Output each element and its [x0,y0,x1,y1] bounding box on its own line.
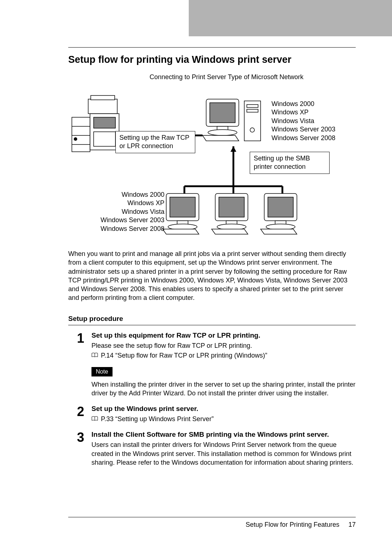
step-title: Set up the Windows print server. [91,404,356,414]
svg-rect-24 [247,109,258,112]
step-3: 3 Install the Client Software for SMB pr… [77,430,356,467]
cross-reference: P.14 “Setup flow for Raw TCP or LPR prin… [101,351,267,360]
network-diagram: Setting up the Raw TCP or LPR connection… [68,85,356,241]
svg-rect-14 [88,99,117,114]
step-number: 3 [77,430,91,467]
server-icon [203,95,268,146]
step-text: Please see the setup flow for Raw TCP or… [91,341,356,350]
diagram-caption: Connecting to Print Server Type of Micro… [68,73,356,81]
client-pcs-icon [163,190,315,237]
svg-point-21 [208,130,237,135]
svg-rect-27 [170,197,195,217]
svg-rect-16 [94,132,115,146]
page-number: 17 [348,521,356,528]
body-paragraph: When you want to print and manage all pr… [68,249,356,302]
svg-point-25 [250,128,254,132]
rule [68,325,356,325]
rule [68,517,356,517]
book-icon [91,353,98,358]
note-text: When installing the printer driver in th… [91,380,356,398]
printer-icon [68,92,123,157]
os-list-server: Windows 2000 Windows XP Windows Vista Wi… [271,100,335,142]
svg-rect-13 [94,117,115,128]
svg-rect-23 [247,105,258,107]
svg-rect-15 [91,95,115,100]
note-label: Note [91,367,113,376]
os-item: Windows 2000 [271,100,335,108]
svg-rect-35 [268,197,293,217]
os-item: Windows Vista [77,208,164,216]
label-smb: Setting up the SMB printer connection [250,152,330,174]
book-icon [91,416,98,421]
os-item: Windows XP [77,199,164,207]
step-number: 2 [77,404,91,424]
label-rawtcp: Setting up the Raw TCP or LPR connection [115,131,195,153]
subheading: Setup procedure [68,315,356,323]
svg-point-17 [74,138,77,140]
page-title: Setup flow for printing via Windows prin… [68,54,356,65]
step-title: Install the Client Software for SMB prin… [91,430,356,439]
footer-section: Setup Flow for Printing Features [246,521,339,528]
svg-rect-19 [210,103,235,123]
os-item: Windows Server 2008 [77,225,164,233]
step-number: 1 [77,331,91,398]
svg-marker-3 [230,146,236,152]
os-item: Windows 2000 [77,191,164,199]
os-item: Windows Server 2003 [271,125,335,134]
os-item: Windows Server 2008 [271,134,335,142]
os-item: Windows Vista [271,117,335,125]
cross-reference: P.33 “Setting up Windows Print Server” [101,415,214,423]
step-title: Set up this equipment for Raw TCP or LPR… [91,331,356,340]
header-tab [189,0,392,36]
svg-rect-31 [219,197,244,217]
footer: Setup Flow for Printing Features 17 [68,517,356,529]
step-text: Users can install the printer drivers fo… [91,440,356,467]
os-list-clients: Windows 2000 Windows XP Windows Vista Wi… [77,191,164,233]
svg-rect-8 [72,117,90,152]
step-1: 1 Set up this equipment for Raw TCP or L… [77,331,356,398]
rule [68,47,356,48]
step-2: 2 Set up the Windows print server. P.33 … [77,404,356,424]
os-item: Windows Server 2003 [77,216,164,224]
os-item: Windows XP [271,108,335,117]
